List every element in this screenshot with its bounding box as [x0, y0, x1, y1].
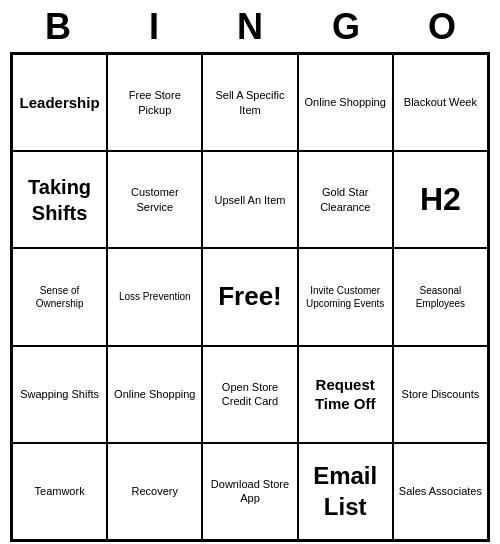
- bingo-cell-23: Email List: [298, 443, 393, 540]
- bingo-cell-8: Gold Star Clearance: [298, 151, 393, 248]
- bingo-header: B I N G O: [10, 0, 490, 52]
- bingo-cell-20: Teamwork: [12, 443, 107, 540]
- bingo-cell-10: Sense of Ownership: [12, 248, 107, 345]
- bingo-cell-4: Blackout Week: [393, 54, 488, 151]
- bingo-cell-16: Online Shopping: [107, 346, 202, 443]
- bingo-cell-21: Recovery: [107, 443, 202, 540]
- bingo-cell-1: Free Store Pickup: [107, 54, 202, 151]
- bingo-cell-19: Store Discounts: [393, 346, 488, 443]
- letter-i: I: [110, 6, 198, 48]
- bingo-cell-13: Invite Customer Upcoming Events: [298, 248, 393, 345]
- bingo-cell-24: Sales Associates: [393, 443, 488, 540]
- bingo-cell-0: Leadership: [12, 54, 107, 151]
- letter-g: G: [302, 6, 390, 48]
- letter-n: N: [206, 6, 294, 48]
- letter-b: B: [14, 6, 102, 48]
- letter-o: O: [398, 6, 486, 48]
- bingo-cell-15: Swapping Shifts: [12, 346, 107, 443]
- bingo-cell-9: H2: [393, 151, 488, 248]
- bingo-cell-17: Open Store Credit Card: [202, 346, 297, 443]
- bingo-cell-7: Upsell An Item: [202, 151, 297, 248]
- bingo-cell-22: Download Store App: [202, 443, 297, 540]
- bingo-cell-14: Seasonal Employees: [393, 248, 488, 345]
- bingo-cell-6: Customer Service: [107, 151, 202, 248]
- bingo-cell-5: Taking Shifts: [12, 151, 107, 248]
- bingo-cell-12: Free!: [202, 248, 297, 345]
- bingo-cell-18: Request Time Off: [298, 346, 393, 443]
- bingo-cell-2: Sell A Specific Item: [202, 54, 297, 151]
- bingo-cell-11: Loss Prevention: [107, 248, 202, 345]
- bingo-grid: LeadershipFree Store PickupSell A Specif…: [10, 52, 490, 542]
- bingo-cell-3: Online Shopping: [298, 54, 393, 151]
